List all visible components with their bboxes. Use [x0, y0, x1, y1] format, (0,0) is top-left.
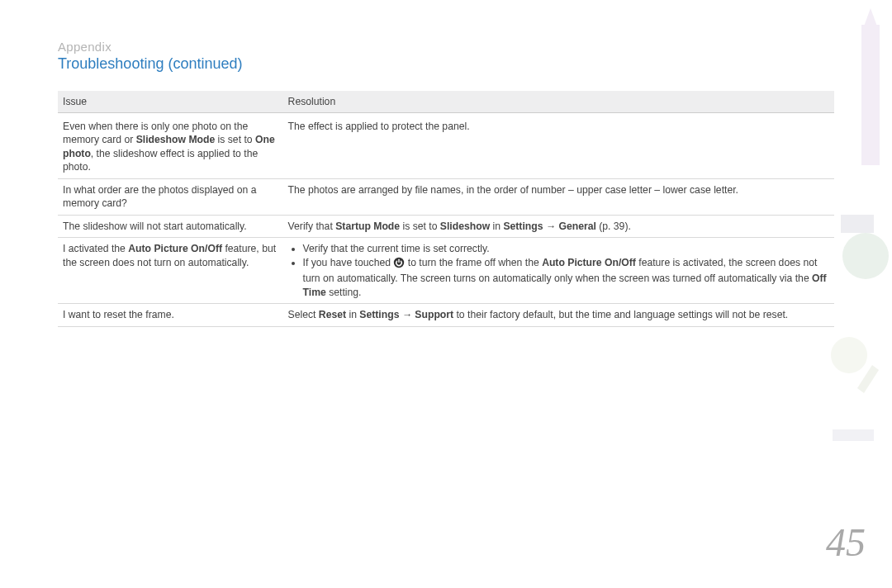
- text: is set to: [400, 220, 440, 232]
- text: Verify that: [288, 220, 336, 232]
- text-bold: Settings → General: [503, 220, 595, 232]
- issue-cell: I want to reset the frame.: [58, 304, 283, 326]
- resolution-cell: Verify that Startup Mode is set to Slide…: [283, 215, 834, 237]
- text: in: [346, 309, 359, 320]
- text: in: [490, 220, 503, 232]
- issue-cell: The slideshow will not start automatical…: [58, 215, 283, 237]
- issue-cell: Even when there is only one photo on the…: [58, 113, 283, 179]
- troubleshooting-table: Issue Resolution Even when there is only…: [58, 91, 834, 327]
- svg-point-5: [831, 337, 867, 373]
- svg-rect-4: [841, 215, 874, 233]
- svg-rect-1: [861, 25, 880, 165]
- col-header-resolution: Resolution: [283, 91, 834, 113]
- text: (p. 39).: [596, 220, 631, 232]
- text: If you have touched: [303, 257, 394, 268]
- text: I activated the: [63, 243, 128, 254]
- table-row: In what order are the photos displayed o…: [58, 178, 834, 215]
- text: to their factory default, but the time a…: [453, 309, 788, 320]
- text: setting.: [326, 287, 362, 298]
- text-bold: Slideshow Mode: [136, 134, 215, 145]
- text-bold: Slideshow: [440, 220, 490, 232]
- text-bold: Auto Picture On/Off: [128, 243, 222, 254]
- section-label: Appendix: [58, 40, 834, 54]
- text: to turn the frame off when the: [405, 257, 542, 268]
- text-bold: Reset: [319, 309, 346, 320]
- resolution-cell: The effect is applied to protect the pan…: [283, 113, 834, 179]
- text: Select: [288, 309, 319, 320]
- text-bold: Auto Picture On/Off: [542, 257, 636, 268]
- power-icon: [393, 257, 405, 272]
- issue-cell: In what order are the photos displayed o…: [58, 178, 283, 215]
- list-item: If you have touched to turn the frame of…: [303, 256, 829, 299]
- page-title: Troubleshooting (continued): [58, 55, 834, 73]
- table-row: The slideshow will not start automatical…: [58, 215, 834, 237]
- issue-cell: I activated the Auto Picture On/Off feat…: [58, 238, 283, 304]
- text: , the slideshow effect is applied to the…: [63, 148, 258, 173]
- page: Appendix Troubleshooting (continued) Iss…: [0, 0, 892, 588]
- text-bold: Startup Mode: [335, 220, 400, 232]
- col-header-issue: Issue: [58, 91, 283, 113]
- page-number: 45: [826, 519, 866, 565]
- table-row: I want to reset the frame. Select Reset …: [58, 304, 834, 326]
- list-item: Verify that the current time is set corr…: [303, 242, 829, 255]
- svg-point-3: [842, 233, 889, 279]
- resolution-cell: Select Reset in Settings → Support to th…: [283, 304, 834, 326]
- text: is set to: [215, 134, 255, 145]
- svg-marker-2: [861, 8, 880, 33]
- resolution-cell: Verify that the current time is set corr…: [283, 238, 834, 304]
- table-row: Even when there is only one photo on the…: [58, 113, 834, 179]
- text-bold: Settings → Support: [359, 309, 453, 320]
- table-row: I activated the Auto Picture On/Off feat…: [58, 238, 834, 304]
- table-header-row: Issue Resolution: [58, 91, 834, 113]
- bullet-list: Verify that the current time is set corr…: [288, 242, 829, 299]
- resolution-cell: The photos are arranged by file names, i…: [283, 178, 834, 215]
- svg-rect-6: [833, 429, 874, 441]
